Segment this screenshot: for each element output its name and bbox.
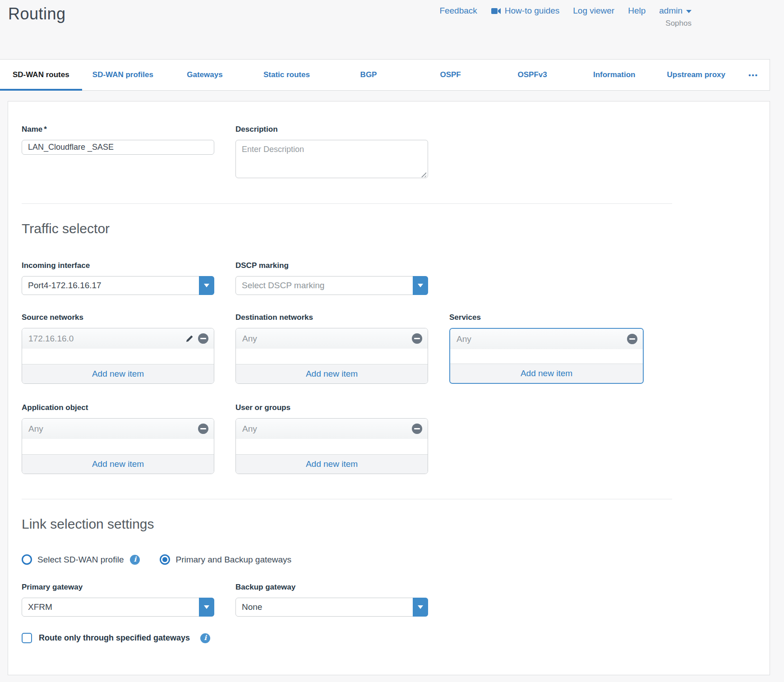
dropdown-caret-icon[interactable] <box>413 598 428 617</box>
link-selection-radios: Select SD-WAN profile Primary and Backup… <box>22 554 672 565</box>
name-label-text: Name <box>22 125 42 134</box>
list-empty-area <box>22 439 214 454</box>
link-selection-heading: Link selection settings <box>22 516 672 532</box>
brand-label: Sophos <box>665 19 692 28</box>
select-sdwan-profile-label: Select SD-WAN profile <box>37 555 124 565</box>
tab-sdwan-routes[interactable]: SD-WAN routes <box>0 60 82 90</box>
dscp-marking-label: DSCP marking <box>235 261 428 270</box>
minus-circle-icon[interactable] <box>627 334 637 344</box>
description-field-group: Description <box>235 125 428 180</box>
how-to-guides-link[interactable]: How-to guides <box>491 6 559 16</box>
minus-circle-icon[interactable] <box>412 424 422 434</box>
name-label: Name* <box>22 125 214 134</box>
user-or-groups-label: User or groups <box>235 403 428 412</box>
name-input[interactable] <box>22 140 214 155</box>
tab-static-routes[interactable]: Static routes <box>246 60 328 90</box>
destination-network-value: Any <box>242 334 257 344</box>
source-networks-listbox: 172.16.16.0 Add new item <box>22 328 214 384</box>
info-icon[interactable] <box>130 555 140 565</box>
networks-row: Source networks 172.16.16.0 Add new item <box>22 313 672 384</box>
log-viewer-link[interactable]: Log viewer <box>573 6 614 16</box>
primary-gateway-group: Primary gateway XFRM <box>22 583 214 617</box>
dropdown-caret-icon[interactable] <box>413 276 428 295</box>
application-object-listbox: Any Add new item <box>22 418 214 474</box>
incoming-interface-select[interactable]: Port4-172.16.16.17 <box>22 276 214 295</box>
tab-gateways[interactable]: Gateways <box>164 60 246 90</box>
section-divider <box>22 203 672 204</box>
primary-backup-gateways-radio[interactable]: Primary and Backup gateways <box>160 554 291 565</box>
incoming-interface-label: Incoming interface <box>22 261 214 270</box>
minus-circle-icon[interactable] <box>198 424 208 434</box>
traffic-selector-heading: Traffic selector <box>22 221 672 236</box>
feedback-link[interactable]: Feedback <box>439 6 477 16</box>
source-networks-group: Source networks 172.16.16.0 Add new item <box>22 313 214 384</box>
route-only-checkbox[interactable] <box>22 633 32 643</box>
source-network-value: 172.16.16.0 <box>28 334 74 344</box>
application-object-label: Application object <box>22 403 214 412</box>
help-link[interactable]: Help <box>628 6 646 16</box>
radio-selected-icon[interactable] <box>160 554 170 565</box>
route-only-row: Route only through specified gateways <box>22 633 672 643</box>
log-viewer-label: Log viewer <box>573 6 614 16</box>
primary-backup-gateways-label: Primary and Backup gateways <box>175 555 291 565</box>
help-label: Help <box>628 6 646 16</box>
user-or-groups-value: Any <box>242 424 257 434</box>
description-textarea[interactable] <box>235 140 428 178</box>
list-item: Any <box>450 329 643 349</box>
destination-networks-group: Destination networks Any Add new item <box>235 313 428 384</box>
backup-gateway-select[interactable]: None <box>235 598 428 617</box>
page-title: Routing <box>8 5 66 23</box>
source-networks-add-button[interactable]: Add new item <box>22 364 214 383</box>
sdwan-route-form-panel: Name* Description Traffic selector Incom… <box>8 101 770 675</box>
admin-menu[interactable]: admin <box>659 6 692 16</box>
backup-gateway-value: None <box>236 602 283 612</box>
tab-ospfv3[interactable]: OSPFv3 <box>491 60 573 90</box>
how-to-guides-label: How-to guides <box>505 6 559 16</box>
list-empty-area <box>236 349 428 364</box>
minus-circle-icon[interactable] <box>412 333 422 344</box>
dscp-marking-group: DSCP marking Select DSCP marking <box>235 261 428 295</box>
tab-upstream-proxy[interactable]: Upstream proxy <box>655 60 738 90</box>
incoming-interface-group: Incoming interface Port4-172.16.16.17 <box>22 261 214 295</box>
user-or-groups-add-button[interactable]: Add new item <box>236 454 428 474</box>
info-icon[interactable] <box>200 633 210 643</box>
tab-ospf[interactable]: OSPF <box>410 60 492 90</box>
list-empty-area <box>450 349 643 364</box>
video-icon <box>491 8 501 14</box>
list-empty-area <box>236 439 428 454</box>
services-value: Any <box>457 334 471 344</box>
tabs-more-button[interactable]: ••• <box>737 60 770 90</box>
top-nav: Feedback How-to guides Log viewer Help a… <box>439 6 692 16</box>
list-empty-area <box>22 349 214 364</box>
tab-sdwan-profiles[interactable]: SD-WAN profiles <box>82 60 164 90</box>
name-description-row: Name* Description <box>22 125 672 180</box>
chevron-down-icon <box>686 10 692 13</box>
destination-networks-add-button[interactable]: Add new item <box>236 364 428 383</box>
dropdown-caret-icon[interactable] <box>199 598 214 617</box>
tab-bgp[interactable]: BGP <box>327 60 410 90</box>
dscp-marking-select[interactable]: Select DSCP marking <box>235 276 428 295</box>
destination-networks-listbox: Any Add new item <box>235 328 428 384</box>
dropdown-caret-icon[interactable] <box>199 276 214 295</box>
application-object-group: Application object Any Add new item <box>22 403 214 474</box>
user-or-groups-group: User or groups Any Add new item <box>235 403 428 474</box>
select-sdwan-profile-radio[interactable]: Select SD-WAN profile <box>22 554 124 565</box>
services-add-button[interactable]: Add new item <box>450 364 643 383</box>
tab-information[interactable]: Information <box>573 60 655 90</box>
feedback-link-label: Feedback <box>439 6 477 16</box>
minus-circle-icon[interactable] <box>198 333 208 344</box>
application-object-add-button[interactable]: Add new item <box>22 454 214 474</box>
services-listbox: Any Add new item <box>449 328 644 384</box>
radio-unselected-icon[interactable] <box>22 554 32 565</box>
backup-gateway-group: Backup gateway None <box>235 583 428 617</box>
backup-gateway-label: Backup gateway <box>235 583 428 592</box>
user-or-groups-listbox: Any Add new item <box>235 418 428 474</box>
list-item: Any <box>236 419 428 439</box>
services-label: Services <box>449 313 644 322</box>
list-item: Any <box>22 419 214 439</box>
description-label: Description <box>235 125 428 134</box>
pencil-icon[interactable] <box>185 334 194 343</box>
primary-gateway-select[interactable]: XFRM <box>22 598 214 617</box>
required-marker: * <box>44 125 47 134</box>
application-users-row: Application object Any Add new item User… <box>22 403 672 474</box>
